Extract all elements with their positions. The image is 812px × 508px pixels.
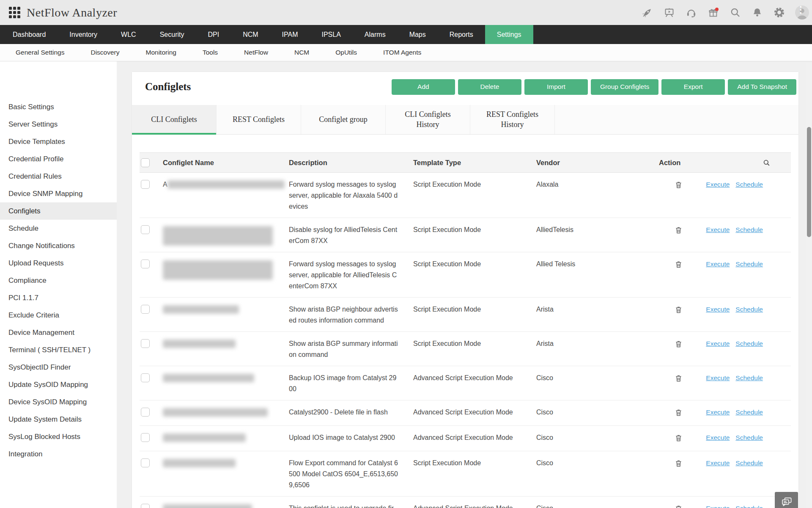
sidebar-item[interactable]: Device SNMP Mapping xyxy=(0,185,117,202)
sidebar-item[interactable]: Change Notifications xyxy=(0,237,117,254)
execute-link[interactable]: Execute xyxy=(706,181,730,188)
bell-icon[interactable] xyxy=(751,7,763,19)
sidebar-item[interactable]: Upload Requests xyxy=(0,254,117,272)
gift-icon[interactable] xyxy=(707,7,719,19)
tab[interactable]: REST Configlets xyxy=(217,105,301,134)
delete-icon[interactable] xyxy=(674,408,683,417)
subnav-item[interactable]: OpUtils xyxy=(322,44,370,61)
chat-feedback-button[interactable] xyxy=(775,492,798,508)
sidebar-item[interactable]: SysObjectID Finder xyxy=(0,359,117,376)
schedule-link[interactable]: Schedule xyxy=(735,306,763,313)
schedule-link[interactable]: Schedule xyxy=(735,409,763,416)
row-checkbox[interactable] xyxy=(141,458,150,467)
sidebar-item[interactable]: Device Management xyxy=(0,324,117,341)
nav-item[interactable]: Alarms xyxy=(353,25,398,44)
tab[interactable]: Configlet group xyxy=(301,105,386,134)
apps-grid-icon[interactable] xyxy=(9,7,20,18)
sidebar-item[interactable]: Server Settings xyxy=(0,116,117,133)
action-button[interactable]: Add xyxy=(392,79,455,95)
sidebar-item[interactable]: Device Templates xyxy=(0,133,117,150)
sidebar-item[interactable]: Update SysOID Mapping xyxy=(0,376,117,393)
row-checkbox[interactable] xyxy=(141,504,150,508)
scrollbar-thumb[interactable] xyxy=(807,127,811,237)
action-button[interactable]: Export xyxy=(661,79,725,95)
table-search-icon[interactable] xyxy=(763,159,771,167)
action-button[interactable]: Delete xyxy=(458,79,521,95)
nav-item[interactable]: DPI xyxy=(196,25,231,44)
row-checkbox[interactable] xyxy=(141,339,150,348)
subnav-item[interactable]: Tools xyxy=(189,44,231,61)
schedule-link[interactable]: Schedule xyxy=(735,181,763,188)
execute-link[interactable]: Execute xyxy=(706,434,730,442)
execute-link[interactable]: Execute xyxy=(706,260,730,268)
tab[interactable]: REST Configlets History xyxy=(470,105,555,134)
delete-icon[interactable] xyxy=(674,340,683,348)
delete-icon[interactable] xyxy=(674,180,683,189)
nav-item[interactable]: IPAM xyxy=(270,25,310,44)
schedule-link[interactable]: Schedule xyxy=(735,505,763,508)
search-icon[interactable] xyxy=(729,7,741,19)
schedule-link[interactable]: Schedule xyxy=(735,374,763,382)
row-checkbox[interactable] xyxy=(141,305,150,314)
gear-icon[interactable] xyxy=(773,7,785,19)
delete-icon[interactable] xyxy=(674,374,683,383)
nav-item[interactable]: IPSLA xyxy=(310,25,353,44)
subnav-item[interactable]: Discovery xyxy=(77,44,132,61)
more-menu-icon[interactable]: ⋮ xyxy=(794,0,808,19)
subnav-item[interactable]: NCM xyxy=(281,44,322,61)
sidebar-item[interactable]: Integration xyxy=(0,445,117,463)
row-checkbox[interactable] xyxy=(141,180,150,189)
action-button[interactable]: Import xyxy=(524,79,588,95)
nav-item[interactable]: Maps xyxy=(398,25,438,44)
schedule-link[interactable]: Schedule xyxy=(735,226,763,234)
action-button[interactable]: Group Configlets xyxy=(591,79,658,95)
sidebar-item[interactable]: Exclude Criteria xyxy=(0,306,117,324)
delete-icon[interactable] xyxy=(674,260,683,269)
subnav-item[interactable]: General Settings xyxy=(3,44,77,61)
execute-link[interactable]: Execute xyxy=(706,306,730,313)
nav-item[interactable]: Dashboard xyxy=(1,25,58,44)
delete-icon[interactable] xyxy=(674,459,683,468)
execute-link[interactable]: Execute xyxy=(706,226,730,234)
sidebar-item[interactable]: Compliance xyxy=(0,272,117,289)
schedule-link[interactable]: Schedule xyxy=(735,434,763,442)
nav-item[interactable]: Settings xyxy=(485,25,533,44)
execute-link[interactable]: Execute xyxy=(706,340,730,348)
delete-icon[interactable] xyxy=(674,226,683,235)
headset-icon[interactable] xyxy=(685,7,697,19)
tab[interactable]: CLI Configlets xyxy=(132,105,217,134)
sidebar-item[interactable]: Update System Details xyxy=(0,411,117,428)
delete-icon[interactable] xyxy=(674,504,683,508)
sidebar-item[interactable]: Credential Profile xyxy=(0,150,117,168)
row-checkbox[interactable] xyxy=(141,433,150,442)
delete-icon[interactable] xyxy=(674,305,683,314)
sidebar-item[interactable]: Credential Rules xyxy=(0,168,117,185)
subnav-item[interactable]: ITOM Agents xyxy=(370,44,434,61)
schedule-link[interactable]: Schedule xyxy=(735,260,763,268)
select-all-checkbox[interactable] xyxy=(141,158,150,167)
sidebar-item[interactable]: Configlets xyxy=(0,202,117,220)
subnav-item[interactable]: Monitoring xyxy=(133,44,189,61)
execute-link[interactable]: Execute xyxy=(706,374,730,382)
nav-item[interactable]: WLC xyxy=(109,25,148,44)
nav-item[interactable]: NCM xyxy=(231,25,270,44)
sidebar-item[interactable]: SysLog Blocked Hosts xyxy=(0,428,117,445)
row-checkbox[interactable] xyxy=(141,225,150,234)
delete-icon[interactable] xyxy=(674,433,683,442)
presentation-icon[interactable] xyxy=(663,7,675,19)
action-button[interactable]: Add To Snapshot xyxy=(728,79,796,95)
tab[interactable]: CLI Configlets History xyxy=(386,105,470,134)
sidebar-item[interactable]: Terminal ( SSH/TELNET ) xyxy=(0,341,117,359)
row-checkbox[interactable] xyxy=(141,408,150,417)
schedule-link[interactable]: Schedule xyxy=(735,340,763,348)
execute-link[interactable]: Execute xyxy=(706,505,730,508)
sidebar-item[interactable]: PCI 1.1.7 xyxy=(0,289,117,306)
schedule-link[interactable]: Schedule xyxy=(735,459,763,467)
row-checkbox[interactable] xyxy=(141,373,150,382)
nav-item[interactable]: Reports xyxy=(438,25,485,44)
rocket-icon[interactable] xyxy=(641,7,653,19)
nav-item[interactable]: Security xyxy=(148,25,196,44)
sidebar-item[interactable]: Basic Settings xyxy=(0,98,117,116)
nav-item[interactable]: Inventory xyxy=(58,25,109,44)
row-checkbox[interactable] xyxy=(141,260,150,268)
